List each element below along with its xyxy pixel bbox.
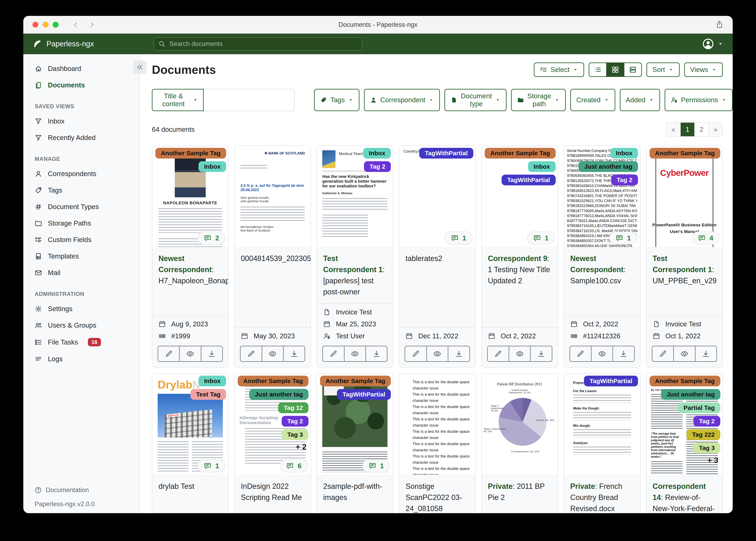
document-thumbnail[interactable]: one,1.0 five,5.0Another Sample TagInboxT… [482, 146, 558, 247]
document-title-link[interactable]: Test Correspondent 1: UM_PPBE_en_v29 [646, 247, 722, 316]
comment-badge[interactable]: 1 [527, 232, 555, 245]
preview-button[interactable] [179, 346, 201, 362]
document-title-link[interactable]: Private: French Country Bread Revised.do… [564, 475, 640, 513]
sidebar-item-tags[interactable]: Tags [23, 182, 139, 199]
sidebar-item-settings[interactable]: Settings [23, 300, 139, 317]
zoom-button[interactable] [53, 22, 59, 28]
document-thumbnail[interactable]: ✻ BANK OF SCOTLAND2,0 % p. a. auf Ihr Ta… [235, 146, 311, 247]
tag-chip[interactable]: Just another tag [661, 389, 720, 400]
document-thumbnail[interactable]: Review of Arbitral Awards — Certainty of… [646, 373, 722, 475]
sidebar-collapse-button[interactable] [133, 60, 146, 74]
preview-button[interactable] [509, 346, 531, 362]
edit-button[interactable] [487, 346, 509, 362]
document-title-link[interactable]: Correspondent 9: 1 Testing New Title Upd… [482, 247, 558, 327]
comment-badge[interactable]: 1 [445, 232, 473, 245]
sidebar-item-logs[interactable]: Logs [23, 351, 139, 367]
edit-button[interactable] [158, 346, 180, 362]
download-button[interactable] [530, 346, 552, 362]
document-thumbnail[interactable]: CyberPowerPowerPanel® Business EditionUs… [646, 146, 722, 247]
pagination-first[interactable]: « [666, 123, 680, 136]
sidebar-item-users-groups[interactable]: Users & Groups [23, 317, 139, 333]
share-icon[interactable] [715, 20, 724, 29]
download-button[interactable] [283, 346, 305, 362]
minimize-button[interactable] [43, 22, 48, 28]
select-button[interactable]: Select [534, 63, 584, 77]
filter-storage-path-button[interactable]: Storage path [511, 89, 566, 111]
edit-button[interactable] [652, 346, 674, 362]
pagination-page-1[interactable]: 1 [680, 123, 694, 136]
tag-chip[interactable]: Test Tag [190, 389, 226, 400]
filter-tags-button[interactable]: Tags [314, 89, 359, 111]
tag-chip[interactable]: TagWithPartial [584, 376, 638, 386]
comment-badge[interactable]: 2 [197, 232, 225, 245]
sidebar-item-recently-added[interactable]: Recently Added [23, 130, 139, 146]
document-thumbnail[interactable]: Boundary Waters TripAnother Sample TagTa… [317, 373, 393, 475]
filter-text-input[interactable] [204, 89, 295, 111]
document-thumbnail[interactable]: Country,Region/State,"TagWithPartial1 [399, 146, 475, 247]
sidebar-item-dashboard[interactable]: Dashboard [23, 60, 139, 77]
tag-chip[interactable]: Tag 3 [282, 429, 308, 440]
preview-button[interactable] [591, 346, 613, 362]
download-button[interactable] [695, 346, 717, 362]
preview-button[interactable] [673, 346, 695, 362]
sidebar-item-mail[interactable]: Mail [23, 265, 139, 281]
tag-chip[interactable]: Partial Tag [678, 402, 720, 413]
filter-document-type-button[interactable]: Document type [444, 89, 506, 111]
sidebar-item-storage-paths[interactable]: Storage Paths [23, 215, 139, 232]
comment-badge[interactable]: 1 [197, 459, 225, 472]
forward-icon[interactable] [88, 21, 95, 28]
tag-chip[interactable]: Inbox [363, 148, 391, 159]
tag-chip[interactable]: Inbox [610, 148, 638, 159]
edit-button[interactable] [322, 346, 344, 362]
pagination-last[interactable]: » [708, 123, 722, 136]
tag-chip[interactable]: Just another tag [249, 389, 308, 400]
document-title-link[interactable]: Correspondent 14: Review-of-New-York-Fed… [646, 475, 722, 513]
close-button[interactable] [32, 22, 38, 28]
tag-chip[interactable]: Another Sample Tag [238, 376, 308, 386]
tag-chip[interactable]: TagWithPartial [337, 389, 391, 400]
tag-chip[interactable]: Another Sample Tag [155, 148, 226, 159]
preview-button[interactable] [426, 346, 448, 362]
tag-chip[interactable]: Another Sample Tag [650, 376, 720, 386]
tag-chip[interactable]: Inbox [528, 161, 556, 172]
tag-chip[interactable]: Tag 2 [282, 416, 308, 427]
filter-added-button[interactable]: Added [620, 89, 660, 111]
tag-chip[interactable]: Tag 222 [686, 429, 720, 440]
document-title-link[interactable]: InDesign 2022 Scripting Read Me [235, 475, 311, 513]
document-title-link[interactable]: Newest Correspondent: Sample100.csv [564, 247, 640, 316]
view-detail-button[interactable] [624, 63, 642, 77]
sidebar-item-file-tasks[interactable]: File Tasks16 [23, 333, 139, 351]
tag-chip[interactable]: Inbox [198, 161, 226, 172]
document-thumbnail[interactable]: French Country BreadFor the LeavenMake t… [564, 373, 640, 475]
document-thumbnail[interactable]: AdoInDesign Scripting DocumentationAnoth… [235, 373, 311, 475]
download-button[interactable] [448, 346, 470, 362]
edit-button[interactable] [240, 346, 262, 362]
comment-badge[interactable]: 4 [692, 232, 719, 245]
document-title-link[interactable]: drylab Test [152, 475, 228, 513]
view-list-button[interactable] [589, 63, 607, 77]
document-thumbnail[interactable]: Patient BP Distribution 2011Isolated Sys… [482, 373, 558, 475]
preview-button[interactable] [262, 346, 284, 362]
tag-chip[interactable]: Tag 12 [278, 402, 308, 413]
document-title-link[interactable]: tablerates2 [399, 247, 475, 327]
search-mode-dropdown[interactable]: Title & content [152, 89, 204, 111]
comment-badge[interactable]: 1 [609, 232, 637, 245]
tag-chip[interactable]: Tag 2 [611, 175, 638, 185]
edit-button[interactable] [405, 346, 427, 362]
pagination-page-2[interactable]: 2 [694, 123, 708, 136]
tag-chip[interactable]: Another Sample Tag [650, 148, 720, 159]
sidebar-item-correspondents[interactable]: Correspondents [23, 166, 139, 182]
search-input[interactable] [169, 40, 358, 48]
filter-permissions-button[interactable]: Permissions [665, 89, 733, 111]
tag-chip[interactable]: Just another tag [579, 161, 638, 172]
sidebar-item-document-types[interactable]: Document Types [23, 199, 139, 215]
tag-chip[interactable]: Another Sample Tag [320, 376, 391, 386]
tag-chip[interactable]: Tag 2 [364, 161, 391, 172]
document-thumbnail[interactable]: DrylabNNETFLIXInboxTest Tag1 [152, 373, 228, 475]
document-thumbnail[interactable]: Serial Number,Company Name,Employe978818… [564, 146, 640, 247]
sidebar-item-templates[interactable]: Templates [23, 248, 139, 265]
tag-chip[interactable]: Inbox [198, 376, 226, 386]
view-grid-button[interactable] [606, 63, 624, 77]
edit-button[interactable] [569, 346, 592, 362]
document-title-link[interactable]: 0004814539_20230531 [235, 247, 311, 327]
